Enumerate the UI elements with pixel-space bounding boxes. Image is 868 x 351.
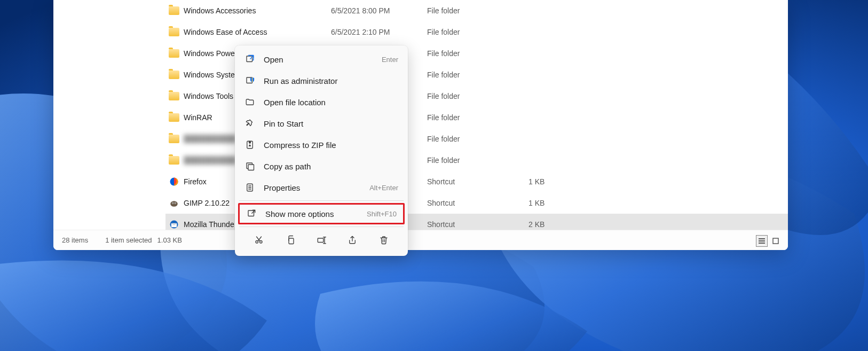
menu-label: Show more options [265, 209, 367, 219]
cut-button[interactable] [249, 231, 269, 251]
file-type: File folder [427, 71, 528, 79]
file-size: 2 KB [528, 220, 571, 229]
menu-item-run-as-administrator[interactable]: Run as administrator [238, 70, 405, 91]
more-icon [246, 208, 257, 219]
copy-button[interactable] [281, 231, 300, 251]
file-size: 1 KB [528, 199, 571, 207]
file-explorer-window: Windows Accessories 6/5/2021 8:00 PM Fil… [53, 0, 788, 250]
svg-rect-11 [773, 238, 778, 244]
file-icon [167, 6, 182, 15]
delete-icon [379, 235, 389, 247]
shield-icon [244, 75, 255, 86]
path-icon [244, 161, 255, 171]
menu-label: Compress to ZIP file [264, 141, 398, 150]
file-icon [167, 49, 182, 58]
file-date: 6/5/2021 2:10 PM [331, 28, 427, 36]
status-item-count: 28 items [62, 236, 88, 244]
share-button[interactable] [343, 231, 362, 251]
svg-rect-22 [318, 238, 323, 243]
svg-rect-18 [248, 210, 254, 216]
quick-actions-bar [238, 229, 405, 253]
file-icon [167, 177, 182, 186]
cut-icon [254, 235, 264, 247]
file-row[interactable]: Windows Accessories 6/5/2021 8:00 PM Fil… [165, 0, 788, 21]
file-name: Windows Ease of Access [182, 28, 331, 36]
file-type: File folder [427, 92, 528, 100]
menu-shortcut: Alt+Enter [369, 184, 398, 192]
file-type: File folder [427, 113, 528, 122]
svg-point-2 [170, 201, 178, 207]
menu-item-properties[interactable]: Properties Alt+Enter [238, 177, 405, 198]
menu-separator [239, 200, 404, 201]
file-type: Shortcut [427, 220, 528, 229]
svg-rect-9 [759, 240, 765, 241]
file-type: File folder [427, 28, 528, 36]
file-icon [167, 156, 182, 165]
file-type: File folder [427, 6, 528, 15]
menu-item-open[interactable]: Open Enter [238, 49, 405, 70]
file-date: 6/5/2021 8:00 PM [331, 6, 427, 15]
folder-open-icon [244, 97, 255, 107]
file-type: File folder [427, 49, 528, 58]
svg-rect-8 [759, 238, 765, 239]
status-size: 1.03 KB [157, 236, 182, 244]
status-bar: 28 items 1 item selected 1.03 KB [53, 230, 788, 250]
menu-label: Properties [264, 183, 369, 192]
menu-item-show-more-options[interactable]: Show more options Shift+F10 [238, 203, 405, 224]
file-name: Windows Accessories [182, 6, 331, 15]
svg-rect-12 [247, 56, 252, 62]
delete-button[interactable] [374, 231, 393, 251]
file-icon [167, 113, 182, 122]
file-type: Shortcut [427, 199, 528, 207]
menu-label: Copy as path [264, 162, 398, 171]
file-type: File folder [427, 156, 528, 165]
file-type: Shortcut [427, 177, 528, 186]
menu-item-pin-to-start[interactable]: Pin to Start [238, 113, 405, 134]
file-icon [167, 28, 182, 36]
copy-icon [286, 235, 295, 247]
details-view-button[interactable] [756, 235, 768, 247]
file-row[interactable]: Windows Ease of Access 6/5/2021 2:10 PM … [165, 21, 788, 43]
thumbnails-view-button[interactable] [770, 235, 782, 247]
file-icon [167, 198, 182, 208]
menu-label: Run as administrator [264, 76, 398, 85]
svg-rect-10 [759, 243, 765, 244]
file-icon [167, 135, 182, 143]
rename-icon [317, 235, 326, 247]
menu-label: Pin to Start [264, 119, 398, 128]
svg-rect-16 [248, 165, 254, 170]
menu-item-open-file-location[interactable]: Open file location [238, 91, 405, 113]
rename-button[interactable] [312, 231, 331, 251]
zip-icon [244, 139, 255, 150]
properties-icon [244, 182, 255, 193]
menu-separator [239, 227, 404, 227]
file-icon [167, 92, 182, 100]
svg-point-5 [172, 202, 173, 204]
svg-rect-21 [289, 238, 294, 244]
menu-shortcut: Enter [382, 56, 398, 64]
file-size: 1 KB [528, 177, 571, 186]
menu-shortcut: Shift+F10 [367, 210, 397, 218]
menu-label: Open [264, 55, 382, 64]
file-icon [167, 71, 182, 79]
file-icon [167, 220, 182, 229]
open-icon [244, 54, 255, 65]
menu-label: Open file location [264, 98, 398, 107]
pin-icon [244, 118, 255, 129]
file-type: File folder [427, 135, 528, 143]
svg-point-6 [175, 202, 176, 204]
menu-item-copy-as-path[interactable]: Copy as path [238, 155, 405, 177]
context-menu: Open Enter Run as administrator Open fil… [235, 45, 408, 256]
view-toggle [756, 235, 782, 247]
share-icon [348, 235, 357, 247]
status-selected: 1 item selected [105, 236, 152, 244]
menu-item-compress-to-zip-file[interactable]: Compress to ZIP file [238, 134, 405, 155]
